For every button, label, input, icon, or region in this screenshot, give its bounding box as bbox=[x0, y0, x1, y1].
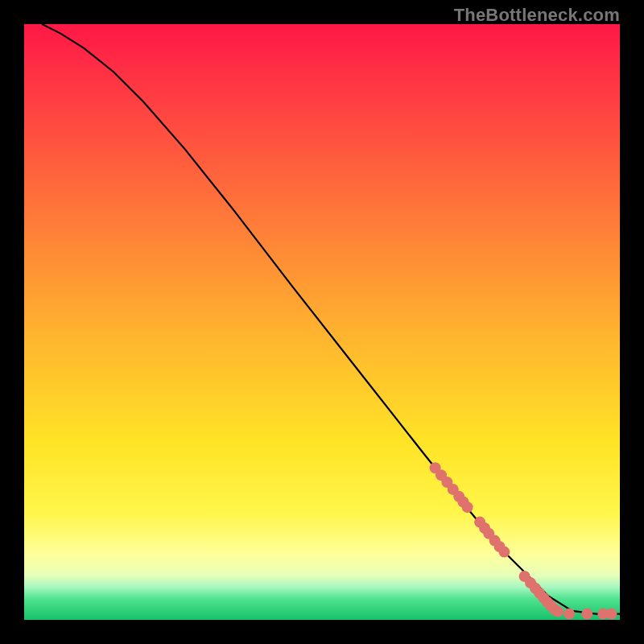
marker-point bbox=[462, 502, 473, 513]
marker-point bbox=[564, 609, 575, 620]
marker-point bbox=[552, 606, 564, 617]
chart-frame: TheBottleneck.com bbox=[0, 0, 644, 644]
curve-line bbox=[42, 24, 620, 614]
watermark-text: TheBottleneck.com bbox=[454, 5, 620, 26]
marker-point bbox=[581, 609, 592, 620]
marker-group bbox=[430, 462, 617, 619]
marker-point bbox=[498, 547, 510, 558]
plot-area bbox=[24, 24, 620, 620]
marker-point bbox=[606, 609, 617, 620]
chart-svg bbox=[24, 24, 620, 620]
